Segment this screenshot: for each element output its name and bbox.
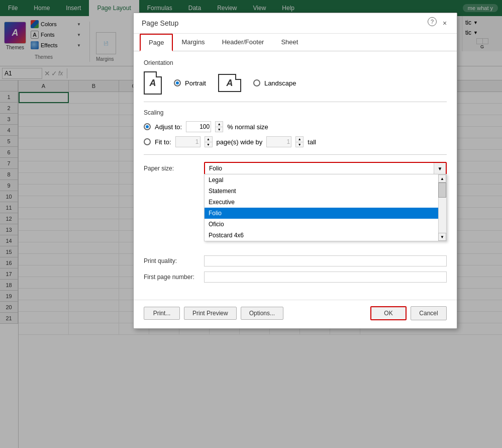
- portrait-option[interactable]: A: [144, 71, 162, 95]
- adjust-spin-down[interactable]: ▼: [216, 127, 223, 132]
- adjust-spin-up[interactable]: ▲: [216, 122, 223, 127]
- orientation-row: A Portrait A Landscape: [144, 71, 447, 95]
- landscape-radio-option[interactable]: Landscape: [253, 79, 296, 87]
- first-page-row: First page number:: [144, 272, 447, 283]
- section-divider-1: [144, 102, 447, 102]
- paper-size-dropdown: Legal Statement Executive Folio Oficio P…: [204, 174, 447, 241]
- footer-left-buttons: Print... Print Preview Options...: [144, 307, 283, 320]
- adjust-to-label: Adjust to:: [155, 123, 182, 131]
- dropdown-item-postcard[interactable]: Postcard 4x6: [205, 230, 446, 241]
- fit-pages-wide-input[interactable]: [175, 136, 200, 147]
- portrait-icon: A: [144, 71, 162, 95]
- scaling-label: Scaling: [144, 109, 447, 116]
- dialog-body: Orientation A Portrait A Landscape: [134, 51, 457, 296]
- dialog-title: Page Setup: [142, 19, 178, 27]
- print-quality-input[interactable]: [204, 255, 447, 266]
- cancel-button[interactable]: Cancel: [411, 306, 447, 320]
- orientation-label: Orientation: [144, 59, 447, 66]
- fit-wide-spinner: ▲ ▼: [205, 136, 213, 147]
- tab-sheet[interactable]: Sheet: [272, 34, 307, 51]
- paper-size-row: Paper size: Folio ▼ Legal Statement Exec…: [144, 162, 447, 175]
- landscape-icon: A: [218, 74, 241, 92]
- scroll-up-btn[interactable]: ▲: [438, 174, 446, 183]
- dropdown-item-statement[interactable]: Statement: [205, 186, 446, 197]
- landscape-radio[interactable]: [253, 79, 260, 86]
- portrait-label: Portrait: [185, 79, 206, 87]
- dialog-footer: Print... Print Preview Options... OK Can…: [134, 300, 457, 328]
- print-quality-label: Print quality:: [144, 257, 199, 264]
- print-button[interactable]: Print...: [144, 307, 180, 320]
- paper-size-label: Paper size:: [144, 165, 199, 172]
- portrait-radio-option[interactable]: Portrait: [174, 79, 206, 87]
- dialog-controls: ? ×: [428, 17, 451, 29]
- tab-header-footer[interactable]: Header/Footer: [214, 34, 273, 51]
- fit-tall-spin-down[interactable]: ▼: [296, 142, 303, 147]
- footer-right-buttons: OK Cancel: [370, 306, 447, 320]
- fit-to-radio[interactable]: [144, 138, 151, 145]
- print-quality-row: Print quality:: [144, 255, 447, 266]
- section-divider-2: [144, 154, 447, 155]
- landscape-option[interactable]: A: [218, 74, 241, 92]
- dropdown-item-oficio[interactable]: Oficio: [205, 219, 446, 230]
- scroll-down-btn[interactable]: ▼: [438, 233, 446, 241]
- landscape-label: Landscape: [264, 79, 296, 87]
- scaling-fit-row: Fit to: ▲ ▼ page(s) wide by ▲ ▼ tall: [144, 136, 447, 147]
- adjust-to-radio[interactable]: [144, 123, 151, 130]
- fit-wide-spin-up[interactable]: ▲: [205, 137, 212, 142]
- dropdown-item-executive[interactable]: Executive: [205, 197, 446, 208]
- fit-to-label: Fit to:: [155, 138, 171, 146]
- dropdown-item-legal[interactable]: Legal: [205, 174, 446, 186]
- dialog-tabs: Page Margins Header/Footer Sheet: [134, 34, 457, 51]
- ok-button[interactable]: OK: [370, 306, 407, 320]
- dropdown-scrollbar[interactable]: ▲ ▼: [438, 174, 446, 241]
- options-button[interactable]: Options...: [241, 307, 283, 320]
- dropdown-item-folio[interactable]: Folio: [205, 208, 446, 219]
- page-setup-dialog: Page Setup ? × Page Margins Header/Foote…: [133, 13, 457, 329]
- scroll-thumb[interactable]: [438, 183, 446, 198]
- adjust-spinner: ▲ ▼: [215, 121, 223, 132]
- portrait-radio[interactable]: [174, 79, 181, 86]
- tab-page[interactable]: Page: [140, 34, 173, 51]
- fit-pages-tall-input[interactable]: [266, 136, 291, 147]
- scaling-adjust-row: Adjust to: ▲ ▼ % normal size: [144, 121, 447, 132]
- adjust-value-input[interactable]: [186, 121, 211, 132]
- paper-size-select-wrapper: Folio ▼ Legal Statement Executive Folio …: [204, 162, 447, 175]
- print-preview-button[interactable]: Print Preview: [184, 307, 237, 320]
- tab-margins[interactable]: Margins: [173, 34, 213, 51]
- fit-wide-spin-down[interactable]: ▼: [205, 142, 212, 147]
- first-page-label: First page number:: [144, 274, 199, 281]
- dialog-help-button[interactable]: ?: [428, 17, 437, 26]
- fit-tall-spin-up[interactable]: ▲: [296, 137, 303, 142]
- adjust-unit-label: % normal size: [227, 123, 268, 131]
- first-page-input[interactable]: [204, 272, 447, 283]
- fit-pages-unit: page(s) wide by: [217, 138, 263, 146]
- dialog-titlebar: Page Setup ? ×: [134, 13, 457, 34]
- paper-size-value: Folio: [205, 163, 446, 174]
- dialog-close-button[interactable]: ×: [439, 17, 451, 29]
- fit-tall-spinner: ▲ ▼: [295, 136, 304, 147]
- fit-tall-unit: tall: [308, 138, 316, 146]
